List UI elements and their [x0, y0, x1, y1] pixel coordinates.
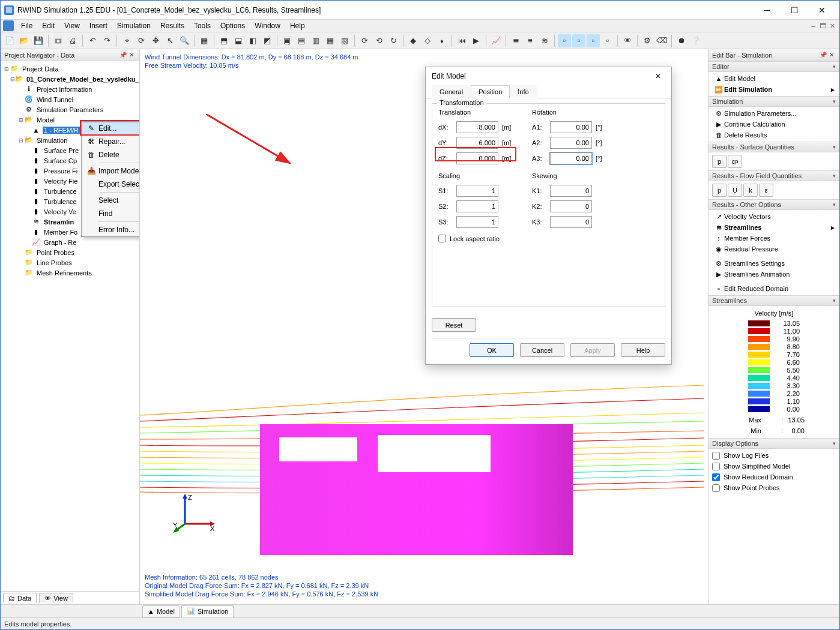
menu-window[interactable]: Window [250, 20, 285, 31]
ctx-export[interactable]: Export Selected Models... [82, 178, 139, 191]
menu-help[interactable]: Help [285, 20, 310, 31]
pin-icon[interactable]: 📌 [819, 52, 827, 58]
a1-input[interactable] [550, 121, 592, 133]
edit-domain-item[interactable]: ▫Edit Reduced Domain [711, 283, 837, 294]
grid-icon[interactable]: ▦ [198, 34, 211, 47]
view-front-icon[interactable]: ⬓ [232, 34, 245, 47]
dialog-close-icon[interactable]: ✕ [651, 69, 665, 83]
minimize-button[interactable]: ─ [753, 1, 781, 19]
ctx-import[interactable]: 📥Import Model from File... [82, 164, 139, 178]
section-results-surface[interactable]: Results - Surface Quantities▾ [709, 142, 839, 152]
k2-input[interactable] [550, 200, 592, 212]
tree-item[interactable]: Surface Cp [43, 157, 78, 164]
stream-settings-item[interactable]: ⚙Streamlines Settings [711, 258, 837, 269]
tree-item[interactable]: Simulation Parameters [35, 106, 104, 113]
lock-aspect-checkbox[interactable] [438, 235, 446, 242]
chart-icon[interactable]: 📈 [489, 34, 503, 47]
section-editor[interactable]: Editor▾ [709, 61, 839, 72]
tab-general[interactable]: General [432, 85, 471, 98]
navigator-tree[interactable]: ⊟📁Project Data ⊟📂01_Concrete_Model_bez_v… [1, 61, 139, 591]
streamlines-item[interactable]: ≋Streamlines▸ [711, 222, 837, 233]
pin-icon[interactable]: 📌 [119, 52, 127, 58]
show-simplified-checkbox[interactable] [712, 463, 720, 470]
show-probes-checkbox[interactable] [712, 484, 720, 492]
help-icon[interactable]: ❔ [689, 34, 703, 47]
tree-item[interactable]: Turbulence [43, 198, 78, 205]
menu-options[interactable]: Options [216, 20, 250, 31]
s2-input[interactable] [456, 200, 498, 212]
display-2-icon[interactable]: ▤ [295, 34, 308, 47]
a3-input[interactable] [550, 152, 592, 164]
edit-model-item[interactable]: ▲Edit Model [711, 73, 837, 84]
k1-input[interactable] [550, 185, 592, 197]
media-prev-icon[interactable]: ⏮ [455, 34, 468, 47]
pane-close-icon[interactable]: ✕ [127, 52, 136, 58]
stream-anim-item[interactable]: ▶Streamlines Animation [711, 269, 837, 280]
sim-params-item[interactable]: ⚙Simulation Parameters... [711, 108, 837, 119]
new-icon[interactable]: 📄 [3, 34, 16, 47]
s1-input[interactable] [456, 185, 498, 197]
save-icon[interactable]: 💾 [32, 34, 45, 47]
tree-model-selected[interactable]: 1 - RFEM/R [43, 127, 80, 134]
probe-3-icon[interactable]: ⬧ [435, 34, 449, 47]
tree-model-root[interactable]: 01_Concrete_Model_bez_vysledku_ [25, 76, 139, 83]
tab-data[interactable]: 🗂Data [3, 593, 37, 603]
tree-model-folder[interactable]: Model [35, 116, 56, 124]
show-reduced-checkbox[interactable] [712, 473, 720, 481]
restart-icon[interactable]: ⟲ [372, 34, 385, 47]
tree-item[interactable]: Turbulence [43, 188, 78, 195]
close-button[interactable]: ✕ [808, 1, 836, 19]
slice-1-icon[interactable]: ≣ [509, 34, 522, 47]
edit-simulation-item[interactable]: ⏩Edit Simulation▸ [711, 84, 837, 95]
show-log-checkbox[interactable] [712, 452, 720, 460]
tool-b-icon[interactable]: ⌫ [655, 34, 668, 47]
k3-input[interactable] [550, 216, 592, 228]
tree-item[interactable]: Member Fo [43, 229, 79, 236]
tab-view[interactable]: 👁View [39, 593, 73, 603]
undo-icon[interactable]: ↶ [86, 34, 99, 47]
tree-item[interactable]: Surface Pre [43, 147, 80, 154]
domain-1-icon[interactable]: ▫ [558, 34, 571, 47]
tree-item[interactable]: Wind Tunnel [35, 96, 74, 103]
open-icon[interactable]: 📂 [17, 34, 31, 47]
p-button[interactable]: p [712, 155, 727, 168]
tab-position[interactable]: Position [471, 85, 510, 98]
cancel-button[interactable]: Cancel [520, 343, 564, 357]
velocity-vectors-item[interactable]: ↗Velocity Vectors [711, 211, 837, 222]
mdi-close-icon[interactable]: ✕ [827, 22, 837, 30]
visibility-icon[interactable]: 👁 [621, 34, 634, 47]
ctx-repair[interactable]: 🛠Repair... [82, 135, 139, 148]
probe-1-icon[interactable]: ◆ [406, 34, 420, 47]
record-icon[interactable]: ⏺ [675, 34, 688, 47]
tool-a-icon[interactable]: ⚙ [641, 34, 654, 47]
tree-item[interactable]: Project Information [35, 86, 93, 93]
menu-results[interactable]: Results [156, 20, 189, 31]
menu-edit[interactable]: Edit [37, 20, 59, 31]
ctx-find[interactable]: Find [82, 207, 139, 220]
tree-item[interactable]: Point Probes [35, 249, 76, 256]
display-3-icon[interactable]: ▥ [309, 34, 322, 47]
tab-simulation[interactable]: 📊Simulation [181, 605, 234, 617]
member-forces-item[interactable]: ↕Member Forces [711, 233, 837, 244]
viewport-3d[interactable]: Wind Tunnel Dimensions: Dx = 81.802 m, D… [140, 49, 708, 604]
tree-streamlines[interactable]: Streamlin [43, 218, 75, 226]
menu-insert[interactable]: Insert [85, 20, 112, 31]
section-simulation[interactable]: Simulation▾ [709, 96, 839, 107]
dx-input[interactable] [456, 121, 498, 133]
snapshot-icon[interactable] [52, 34, 65, 47]
flow-u-button[interactable]: U [728, 184, 742, 197]
residual-pressure-item[interactable]: ◉Residual Pressure [711, 244, 837, 254]
apply-button[interactable]: Apply [570, 343, 615, 357]
help-button[interactable]: Help [621, 343, 665, 357]
cp-button[interactable]: cp [728, 155, 742, 168]
dialog-titlebar[interactable]: Edit Model ✕ [426, 67, 671, 85]
zoom-fit-icon[interactable]: ⌖ [120, 34, 133, 47]
rotate-icon[interactable]: ⟳ [134, 34, 148, 47]
tree-item[interactable]: Graph - Re [43, 239, 77, 246]
cursor-icon[interactable]: ↖ [163, 34, 177, 47]
section-streamlines[interactable]: Streamlines▾ [709, 295, 839, 306]
delete-results-item[interactable]: 🗑Delete Results [711, 130, 837, 140]
mdi-restore-icon[interactable]: 🗖 [818, 22, 827, 30]
domain-3-icon[interactable]: ▫ [587, 34, 600, 47]
mdi-minimize-icon[interactable]: ‒ [808, 22, 818, 30]
